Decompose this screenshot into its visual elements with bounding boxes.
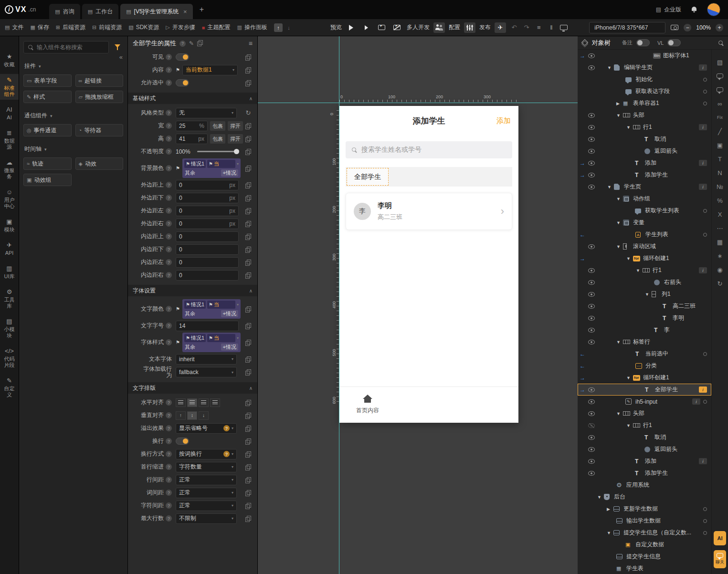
input-box[interactable]: 0: [176, 270, 239, 281]
distribute-icon[interactable]: ‖: [547, 24, 556, 31]
save-button[interactable]: ▦保存: [30, 23, 49, 31]
tree-node[interactable]: ▼学生页i: [578, 181, 711, 193]
tree-node[interactable]: T李: [578, 324, 711, 336]
component-group-header[interactable]: 通信组件▾: [24, 112, 122, 120]
tab-all-students[interactable]: 全部学生: [347, 168, 389, 186]
tree-node[interactable]: ▼标签行: [578, 336, 711, 348]
expand-open-toggle[interactable]: ▼: [616, 220, 623, 225]
student-list-item[interactable]: 李 李明 高二三班 ›: [346, 193, 512, 230]
copy-icon[interactable]: [245, 340, 251, 345]
question-icon[interactable]: ?: [166, 80, 172, 86]
expand-open-toggle[interactable]: ▼: [626, 125, 633, 130]
section-header[interactable]: 文字排版∧: [128, 382, 257, 394]
component-motion[interactable]: ◈动效: [75, 157, 124, 170]
info-badge-icon[interactable]: i: [699, 386, 707, 393]
sidebar-item-module[interactable]: ▣模块: [0, 216, 19, 235]
tool-asterisk-icon[interactable]: ∗: [715, 252, 725, 260]
copy-icon[interactable]: [245, 451, 251, 457]
question-icon[interactable]: ?: [166, 306, 172, 312]
sidebar-item-ai[interactable]: AIAI: [0, 104, 19, 123]
question-icon[interactable]: ?: [166, 464, 172, 470]
event-out-arrow-icon[interactable]: [578, 231, 587, 238]
sidebar-item-favorites[interactable]: ★收藏: [0, 51, 19, 70]
expand-closed-toggle[interactable]: ▶: [616, 101, 623, 106]
event-circle-icon[interactable]: [703, 102, 707, 105]
question-icon[interactable]: ?: [166, 233, 172, 240]
info-badge-icon[interactable]: i: [692, 398, 700, 405]
tree-node[interactable]: A学生列表: [578, 229, 711, 240]
tool-image-icon[interactable]: ▣: [715, 141, 725, 149]
tree-node[interactable]: T取消: [578, 431, 711, 443]
select-box[interactable]: fallback▾: [176, 367, 237, 377]
tool-chat2-icon[interactable]: [715, 86, 725, 94]
tree-node[interactable]: T李明: [578, 312, 711, 324]
menu-icon[interactable]: ≡: [249, 40, 253, 47]
sidebar-item-custom[interactable]: ✎自定义: [0, 375, 19, 400]
event-in-arrow-icon[interactable]: [578, 52, 587, 59]
copy-icon[interactable]: [245, 234, 251, 240]
align-center-icon[interactable]: [187, 398, 197, 407]
visibility-eye-icon[interactable]: [588, 387, 595, 392]
question-icon[interactable]: ?: [166, 399, 172, 406]
tree-node[interactable]: ▼提交学生信息（自定义数...: [578, 527, 711, 539]
add-case-button[interactable]: +情况: [221, 310, 238, 317]
add-case-button[interactable]: +情况: [221, 169, 238, 177]
copy-icon[interactable]: [245, 67, 251, 73]
zoom-out-button[interactable]: −: [684, 24, 691, 31]
tool-n-icon[interactable]: N: [715, 169, 725, 177]
copy-icon[interactable]: [245, 80, 251, 86]
new-tab-button[interactable]: +: [196, 3, 208, 16]
tool-text-icon[interactable]: T: [715, 155, 725, 163]
copy-icon[interactable]: [245, 464, 251, 470]
event-out-arrow-icon[interactable]: [578, 363, 587, 369]
visibility-eye-icon[interactable]: [588, 149, 595, 154]
event-in-arrow-icon[interactable]: [578, 386, 587, 393]
valign-bottom-icon[interactable]: ↓: [199, 411, 209, 420]
info-badge-icon[interactable]: i: [699, 160, 707, 166]
screenshot-camera-icon[interactable]: [670, 25, 679, 30]
visibility-eye-off-icon[interactable]: [588, 423, 595, 428]
question-icon[interactable]: ?: [166, 259, 172, 265]
slider[interactable]: [197, 151, 238, 152]
visibility-eye-icon[interactable]: [588, 399, 595, 404]
copy-icon[interactable]: [245, 182, 251, 188]
question-icon[interactable]: ?: [166, 246, 172, 252]
expand-open-toggle[interactable]: ▼: [616, 340, 623, 344]
component-form-field[interactable]: ▭表单字段: [23, 74, 72, 87]
question-icon[interactable]: ?: [166, 339, 172, 345]
info-badge-icon[interactable]: i: [699, 458, 707, 464]
tree-node[interactable]: ▼for循环创建1: [578, 372, 711, 384]
expand-open-toggle[interactable]: ▼: [626, 423, 633, 428]
refresh-icon[interactable]: ↻: [246, 109, 251, 116]
expand-open-toggle[interactable]: ▼: [616, 197, 623, 201]
event-circle-icon[interactable]: [703, 352, 707, 356]
backend-res-button[interactable]: ⊞后端资源: [56, 23, 85, 31]
component-group-header[interactable]: 时间轴▾: [24, 145, 122, 153]
copy-icon[interactable]: [245, 54, 251, 60]
event-circle-icon[interactable]: [703, 209, 707, 213]
copy-icon[interactable]: [245, 356, 251, 362]
tree-node[interactable]: ▼行1i: [578, 121, 711, 133]
valign-top-icon[interactable]: ↑: [176, 411, 186, 420]
event-circle-icon[interactable]: [703, 400, 707, 404]
design-canvas[interactable]: 0100200300 0100200300400500600 添加学生 添加 搜…: [258, 36, 578, 574]
question-icon[interactable]: ?: [166, 477, 172, 483]
expand-open-toggle[interactable]: ▼: [597, 495, 604, 500]
monitor-icon[interactable]: [559, 25, 568, 30]
input-box[interactable]: 0: [176, 244, 239, 255]
expand-open-toggle[interactable]: ▼: [626, 256, 633, 261]
sidebar-item-data-source[interactable]: ≣数据源: [0, 127, 19, 153]
edition-badge[interactable]: ▤ 企业版: [656, 6, 681, 14]
select-box[interactable]: 字符数量▾: [176, 462, 237, 472]
stretch-button[interactable]: 撑开: [228, 121, 243, 131]
add-link[interactable]: 添加: [496, 116, 511, 125]
vl-toggle[interactable]: [667, 39, 681, 46]
visibility-eye-icon[interactable]: [588, 280, 595, 285]
sidebar-item-api[interactable]: ✈API: [0, 239, 19, 259]
input-box[interactable]: 0px: [176, 193, 239, 203]
component-drag-resize[interactable]: ▱拖拽放缩框: [75, 91, 124, 103]
visibility-eye-icon[interactable]: [588, 185, 595, 189]
visibility-eye-icon[interactable]: [588, 53, 595, 58]
tree-node[interactable]: ▶更新学生数据: [578, 503, 711, 515]
tool-link-icon[interactable]: ∞: [715, 100, 725, 107]
